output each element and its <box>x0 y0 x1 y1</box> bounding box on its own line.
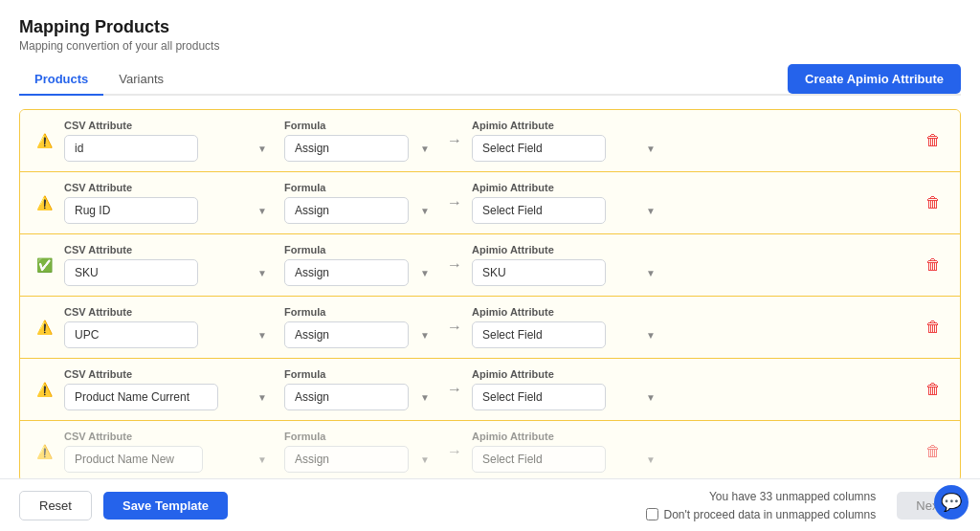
apimio-select[interactable]: Select Field <box>472 384 606 410</box>
warning-icon: ⚠️ <box>33 379 55 400</box>
chat-icon[interactable]: 💬 <box>934 485 969 520</box>
formula-select-wrapper: Assign ▼ <box>284 446 437 473</box>
csv-label: CSV Attribute <box>64 306 275 318</box>
dropdown-icon: ▼ <box>420 392 430 403</box>
apimio-select[interactable]: SKU <box>472 259 606 286</box>
apimio-select-wrapper: Select Field ▼ <box>472 446 663 473</box>
formula-label: Formula <box>284 120 437 131</box>
apimio-label: Apimio Attribute <box>472 306 663 318</box>
apimio-select-wrapper: Select Field ▼ <box>472 384 663 410</box>
apimio-select-wrapper: SKU ▼ <box>472 259 663 286</box>
delete-row-button[interactable]: 🗑 <box>920 253 947 277</box>
save-template-button[interactable]: Save Template <box>103 492 228 520</box>
formula-select[interactable]: Assign <box>284 135 409 162</box>
success-icon: ✅ <box>33 254 55 276</box>
csv-select[interactable]: SKU <box>64 259 198 286</box>
rows-scroll[interactable]: ⚠️ CSV Attribute id ▼ Formula Assign <box>20 110 960 481</box>
arrow-right-icon: → <box>447 256 462 274</box>
dropdown-icon: ▼ <box>257 206 267 216</box>
formula-field-group: Formula Assign ▼ <box>284 431 437 473</box>
apimio-select-wrapper: Select Field ▼ <box>472 135 663 162</box>
formula-field-group: Formula Assign ▼ <box>284 306 437 348</box>
warning-icon: ⚠️ <box>33 192 55 213</box>
bottom-bar: Reset Save Template You have 33 unmapped… <box>0 478 980 531</box>
mapping-row: ⚠️ CSV Attribute Product Name Current ▼ … <box>20 359 960 421</box>
unmapped-text: You have 33 unmapped columns <box>709 490 876 503</box>
dropdown-icon: ▼ <box>420 454 430 465</box>
formula-select-wrapper: Assign ▼ <box>284 321 437 348</box>
apimio-select[interactable]: Select Field <box>472 197 606 224</box>
warning-icon: ⚠️ <box>33 317 55 338</box>
arrow-right-icon: → <box>447 132 462 149</box>
tabs-header: Products Variants Create Apimio Attribut… <box>19 64 961 96</box>
mapping-row: ⚠️ CSV Attribute UPC ▼ Formula Assign <box>20 297 960 359</box>
dropdown-icon: ▼ <box>257 268 267 278</box>
csv-field-group: CSV Attribute UPC ▼ <box>64 306 275 348</box>
arrow-right-icon: → <box>447 443 462 460</box>
formula-select-wrapper: Assign ▼ <box>284 197 437 224</box>
csv-select[interactable]: id <box>64 135 198 162</box>
tab-variants[interactable]: Variants <box>103 64 179 96</box>
delete-row-button[interactable]: 🗑 <box>920 128 947 153</box>
formula-select[interactable]: Assign <box>284 197 409 224</box>
mapping-row: ✅ CSV Attribute SKU ▼ Formula Assign <box>20 234 960 297</box>
csv-label: CSV Attribute <box>64 182 275 193</box>
apimio-field-group: Apimio Attribute Select Field ▼ <box>472 306 663 348</box>
dropdown-icon: ▼ <box>646 206 656 216</box>
formula-field-group: Formula Assign ▼ <box>284 182 437 224</box>
dropdown-icon: ▼ <box>257 330 267 341</box>
arrow-right-icon: → <box>447 381 462 398</box>
delete-row-button[interactable]: 🗑 <box>920 439 947 464</box>
dropdown-icon: ▼ <box>420 330 430 341</box>
apimio-label: Apimio Attribute <box>472 120 663 131</box>
csv-select-wrapper: SKU ▼ <box>64 259 275 286</box>
apimio-label: Apimio Attribute <box>472 431 663 442</box>
dropdown-icon: ▼ <box>646 454 656 465</box>
formula-field-group: Formula Assign ▼ <box>284 244 437 286</box>
mapping-row: ⚠️ CSV Attribute id ▼ Formula Assign <box>20 110 960 172</box>
unmapped-checkbox[interactable] <box>646 508 658 520</box>
delete-row-button[interactable]: 🗑 <box>920 377 947 402</box>
arrow-right-icon: → <box>447 319 462 336</box>
reset-button[interactable]: Reset <box>19 491 92 520</box>
formula-select[interactable]: Assign <box>284 259 409 286</box>
tab-products[interactable]: Products <box>19 64 103 96</box>
csv-select[interactable]: UPC <box>64 321 198 348</box>
csv-select-wrapper: Rug ID ▼ <box>64 197 275 224</box>
unmapped-section: You have 33 unmapped columns Don't proce… <box>646 490 877 521</box>
page-subtitle: Mapping convertion of your all products <box>19 39 961 53</box>
apimio-select-wrapper: Select Field ▼ <box>472 197 663 224</box>
formula-select[interactable]: Assign <box>284 321 409 348</box>
dropdown-icon: ▼ <box>257 454 267 465</box>
formula-select[interactable]: Assign <box>284 384 409 410</box>
delete-row-button[interactable]: 🗑 <box>920 315 947 340</box>
apimio-select[interactable]: Select Field <box>472 321 606 348</box>
unmapped-checkbox-row: Don't proceed data in unmapped columns <box>646 508 877 521</box>
csv-field-group: CSV Attribute id ▼ <box>64 120 275 162</box>
csv-label: CSV Attribute <box>64 368 275 380</box>
formula-select[interactable]: Assign <box>284 446 409 473</box>
apimio-select[interactable]: Select Field <box>472 135 606 162</box>
delete-row-button[interactable]: 🗑 <box>920 190 947 215</box>
dropdown-icon: ▼ <box>646 392 656 403</box>
csv-select[interactable]: Product Name Current <box>64 384 218 410</box>
formula-select-wrapper: Assign ▼ <box>284 384 437 410</box>
formula-label: Formula <box>284 431 437 442</box>
csv-select-wrapper: UPC ▼ <box>64 321 275 348</box>
page-wrapper: Mapping Products Mapping convertion of y… <box>0 0 980 482</box>
formula-label: Formula <box>284 182 437 193</box>
csv-select[interactable]: Product Name New <box>64 446 203 473</box>
apimio-field-group: Apimio Attribute Select Field ▼ <box>472 431 663 473</box>
mapping-row: ⚠️ CSV Attribute Product Name New ▼ Form… <box>20 421 960 481</box>
csv-select-wrapper: Product Name New ▼ <box>64 446 275 473</box>
create-apimio-attribute-button[interactable]: Create Apimio Attribute <box>788 64 961 94</box>
csv-select[interactable]: Rug ID <box>64 197 198 224</box>
formula-field-group: Formula Assign ▼ <box>284 368 437 410</box>
dropdown-icon: ▼ <box>646 268 656 278</box>
apimio-label: Apimio Attribute <box>472 244 663 255</box>
apimio-select[interactable]: Select Field <box>472 446 606 473</box>
apimio-label: Apimio Attribute <box>472 368 663 380</box>
dropdown-icon: ▼ <box>420 144 430 154</box>
formula-select-wrapper: Assign ▼ <box>284 135 437 162</box>
csv-field-group: CSV Attribute SKU ▼ <box>64 244 275 286</box>
